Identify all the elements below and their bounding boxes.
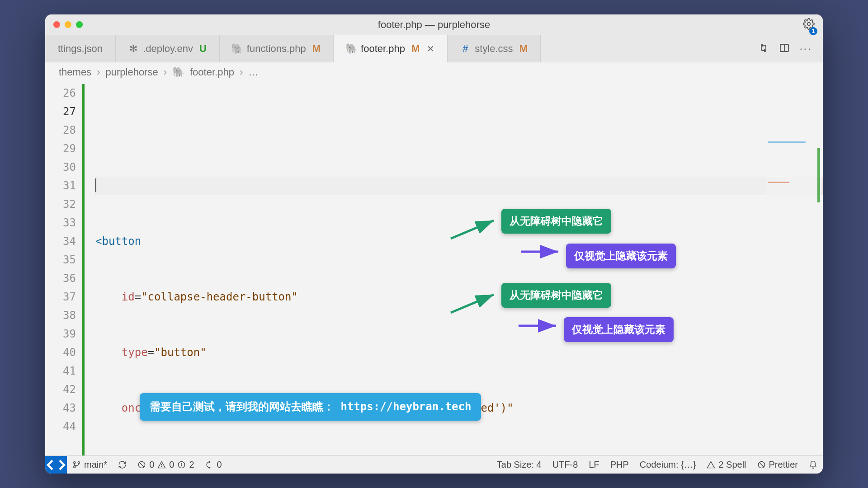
titlebar: footer.php — purplehorse 1 (45, 14, 823, 35)
close-tab-button[interactable]: ✕ (427, 43, 434, 54)
svg-line-11 (140, 463, 144, 467)
chevron-right-icon: › (164, 66, 167, 78)
php-icon: 🐘 (172, 66, 184, 78)
editor-window: footer.php — purplehorse 1 ttings.json ✻… (45, 14, 823, 474)
chevron-right-icon: › (240, 66, 243, 78)
settings-badge[interactable]: 1 (809, 27, 817, 35)
svg-point-7 (74, 462, 75, 464)
breadcrumb-overflow[interactable]: … (248, 66, 258, 78)
notifications-button[interactable] (803, 460, 823, 469)
git-status-modified: M (312, 43, 321, 55)
window-title: footer.php — purplehorse (45, 19, 823, 31)
annotation-green: 从无障碍树中隐藏它 (501, 283, 611, 308)
codeium-button[interactable]: Codeium: {…} (634, 460, 702, 470)
svg-point-17 (209, 461, 210, 462)
ports-button[interactable]: 0 (200, 460, 227, 470)
tab-deploy-env[interactable]: ✻ .deploy.env U (116, 35, 220, 62)
status-bar: main* 0 0 2 0 Tab Size: 4 UTF-8 LF PHP C… (45, 455, 823, 474)
tab-footer-php[interactable]: 🐘 footer.php M ✕ (334, 35, 448, 62)
more-icon[interactable]: ··· (800, 43, 812, 55)
php-icon: 🐘 (346, 44, 356, 54)
encoding-button[interactable]: UTF-8 (547, 460, 584, 470)
annotation-green: 从无障碍树中隐藏它 (501, 209, 611, 234)
hash-icon: # (460, 44, 470, 54)
language-button[interactable]: PHP (605, 460, 634, 470)
annotation-purple: 仅视觉上隐藏该元素 (564, 317, 674, 342)
svg-point-9 (78, 462, 80, 464)
tab-bar: ttings.json ✻ .deploy.env U 🐘 functions.… (45, 35, 823, 62)
chevron-right-icon: › (97, 66, 100, 78)
tab-functions-php[interactable]: 🐘 functions.php M (220, 35, 334, 62)
tab-size-button[interactable]: Tab Size: 4 (491, 460, 547, 470)
prettier-button[interactable]: Prettier (752, 460, 803, 470)
tab-label: functions.php (247, 43, 306, 55)
svg-line-20 (759, 463, 764, 467)
minimize-window-button[interactable] (65, 21, 71, 28)
problems-button[interactable]: 0 0 2 (132, 460, 199, 470)
maximize-window-button[interactable] (76, 21, 83, 28)
svg-point-18 (209, 467, 210, 468)
spell-button[interactable]: 2 Spell (701, 460, 751, 470)
compare-icon[interactable] (758, 42, 769, 55)
annotation-purple: 仅视觉上隐藏该元素 (566, 244, 676, 268)
git-status-modified: M (411, 43, 420, 55)
svg-point-8 (74, 466, 75, 468)
tab-label: style.css (475, 43, 513, 55)
code-area[interactable]: <button id="collapse-header-button" type… (85, 82, 823, 455)
tab-label: footer.php (361, 43, 405, 55)
git-status-modified: M (519, 43, 528, 55)
window-controls (53, 21, 83, 28)
line-gutter: 26 27 28 29 30 31 32 33 34 35 36 37 38 3… (45, 82, 82, 455)
git-branch-button[interactable]: main* (67, 460, 113, 470)
tab-label: .deploy.env (143, 43, 193, 55)
gear-icon: ✻ (128, 44, 138, 54)
tab-settings-json[interactable]: ttings.json (45, 35, 116, 62)
git-status-untracked: U (199, 43, 207, 55)
breadcrumb-segment[interactable]: themes (59, 66, 91, 78)
text-cursor (95, 178, 96, 192)
code-editor[interactable]: 26 27 28 29 30 31 32 33 34 35 36 37 38 3… (45, 82, 823, 455)
sync-button[interactable] (113, 460, 132, 469)
tab-actions: ··· (747, 35, 823, 62)
annotation-note: 需要自己测试，请到我的网站去瞧瞧： https://heybran.tech (140, 393, 481, 421)
tab-style-css[interactable]: # style.css M (448, 35, 541, 62)
close-window-button[interactable] (53, 21, 60, 28)
split-editor-icon[interactable] (779, 42, 790, 55)
breadcrumb-segment[interactable]: footer.php (190, 66, 234, 78)
eol-button[interactable]: LF (583, 460, 604, 470)
minimap[interactable] (766, 85, 820, 202)
php-icon: 🐘 (232, 44, 242, 54)
svg-point-13 (161, 466, 162, 467)
arrow-icon (516, 319, 561, 333)
tab-label: ttings.json (58, 43, 103, 55)
svg-point-16 (181, 463, 182, 464)
breadcrumb[interactable]: themes › purplehorse › 🐘 footer.php › … (45, 62, 823, 82)
breadcrumb-segment[interactable]: purplehorse (105, 66, 158, 78)
svg-point-0 (807, 22, 811, 25)
remote-button[interactable] (45, 456, 67, 474)
